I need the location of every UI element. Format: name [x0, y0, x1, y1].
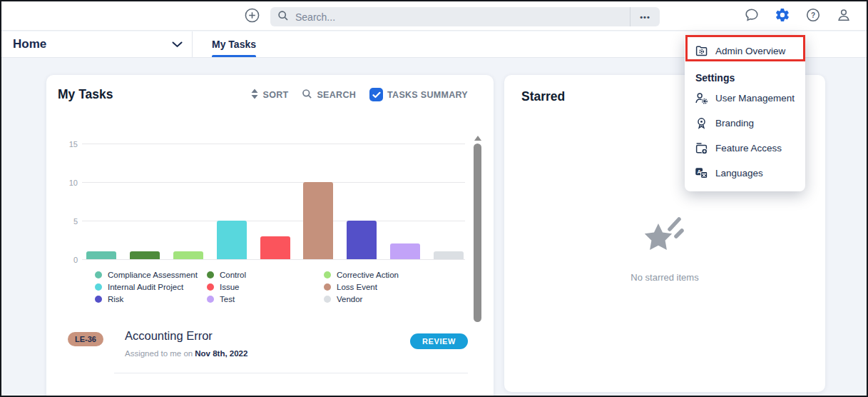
- task-assigned-text: Assigned to me onNov 8th, 2022: [125, 349, 247, 358]
- legend-label: Compliance Assessment: [108, 271, 198, 279]
- chart-gridline: [82, 259, 465, 260]
- starred-empty-state: No starred items: [504, 215, 825, 283]
- legend-label: Issue: [220, 283, 240, 291]
- scrollbar-thumb[interactable]: [474, 144, 481, 322]
- legend-item: Issue: [207, 283, 324, 291]
- sort-label: SORT: [263, 90, 289, 100]
- settings-gear-icon: [775, 7, 790, 25]
- menu-section-settings: Settings: [685, 64, 805, 86]
- legend-dot: [207, 283, 214, 291]
- search-more-options-button[interactable]: •••: [630, 7, 660, 26]
- my-tasks-toolbar: SORT SEARCH TASKS: [250, 88, 468, 101]
- assigned-date: Nov 8th, 2022: [195, 349, 247, 358]
- task-divider: [114, 373, 468, 373]
- legend-item: Control: [207, 271, 324, 279]
- legend-label: Loss Event: [337, 283, 377, 291]
- tab-label: My Tasks: [212, 39, 256, 50]
- menu-item-admin-overview[interactable]: Admin Overview: [685, 38, 805, 64]
- menu-item-feature-access[interactable]: Feature Access: [685, 136, 805, 161]
- tasks-summary-chart: 051015: [82, 131, 465, 260]
- legend-dot: [324, 296, 331, 303]
- svg-text:?: ?: [810, 11, 815, 19]
- topbar: •••: [1, 1, 867, 31]
- chart-bar: [260, 236, 290, 259]
- sort-icon: [250, 89, 259, 101]
- profile-button[interactable]: [835, 8, 852, 24]
- legend-dot: [324, 271, 331, 278]
- scroll-up-arrow[interactable]: [474, 136, 481, 141]
- legend-label: Test: [220, 295, 235, 303]
- chart-bar: [130, 251, 160, 259]
- shooting-star-icon: [638, 251, 691, 263]
- chart-legend: Compliance AssessmentControlCorrective A…: [95, 271, 479, 303]
- legend-label: Control: [220, 271, 246, 279]
- chat-button[interactable]: [743, 8, 760, 24]
- search-icon: [277, 10, 289, 24]
- assigned-prefix: Assigned to me on: [125, 349, 193, 358]
- task-status-badge[interactable]: REVIEW: [410, 333, 468, 349]
- legend-item: Corrective Action: [324, 271, 479, 279]
- task-row[interactable]: LE-36 Accounting Error Assigned to me on…: [68, 329, 468, 358]
- help-button[interactable]: ?: [805, 8, 821, 24]
- legend-label: Vendor: [337, 295, 362, 303]
- legend-item: Risk: [95, 295, 207, 303]
- create-new-button[interactable]: [243, 7, 260, 24]
- search-bar: •••: [270, 7, 660, 26]
- task-main: Accounting Error Assigned to me onNov 8t…: [125, 329, 247, 358]
- legend-item: Internal Audit Project: [95, 283, 207, 291]
- chart-ytick-label: 10: [59, 179, 78, 187]
- my-tasks-card: My Tasks SORT SEARCH: [46, 75, 494, 397]
- tab-my-tasks[interactable]: My Tasks: [193, 31, 275, 57]
- branding-icon: [695, 116, 708, 130]
- search-input[interactable]: [294, 11, 630, 24]
- chevron-down-icon: [172, 37, 183, 51]
- topbar-icon-group: ?: [743, 8, 852, 24]
- search-tasks-button[interactable]: SEARCH: [302, 89, 356, 101]
- legend-dot: [95, 283, 102, 291]
- chart-bars: [86, 182, 464, 259]
- menu-item-label: User Management: [715, 93, 795, 104]
- chat-icon: [744, 7, 760, 25]
- chart-bar: [434, 251, 464, 259]
- legend-item: Test: [207, 295, 324, 303]
- menu-item-user-management[interactable]: User Management: [685, 86, 805, 111]
- feature-access-icon: [695, 141, 708, 155]
- task-title[interactable]: Accounting Error: [125, 329, 247, 343]
- tasks-summary-toggle[interactable]: TASKS SUMMARY: [369, 88, 468, 101]
- home-label: Home: [13, 37, 46, 51]
- legend-dot: [207, 296, 214, 303]
- menu-item-branding[interactable]: Branding: [685, 111, 805, 136]
- menu-item-label: Admin Overview: [715, 46, 785, 56]
- legend-dot: [95, 296, 102, 303]
- chart-gridline: [82, 144, 465, 144]
- chart-bar: [390, 243, 420, 259]
- tasks-summary-checkbox[interactable]: [369, 88, 383, 101]
- task-id-badge: LE-36: [68, 332, 103, 346]
- legend-item: Loss Event: [324, 283, 479, 291]
- legend-dot: [95, 271, 102, 278]
- plus-circle-icon: [244, 15, 260, 26]
- sort-button[interactable]: SORT: [250, 89, 289, 101]
- legend-item: Vendor: [324, 295, 479, 303]
- menu-item-label: Feature Access: [715, 143, 782, 154]
- chart-bar: [86, 251, 116, 259]
- my-tasks-scrollbar: [474, 136, 481, 322]
- search-icon: [302, 89, 312, 101]
- starred-empty-text: No starred items: [504, 272, 825, 283]
- active-tab-underline: [212, 55, 256, 57]
- my-tasks-title: My Tasks: [58, 87, 113, 102]
- chart-ytick-label: 15: [59, 140, 78, 149]
- tasks-summary-label: TASKS SUMMARY: [387, 90, 468, 100]
- settings-button[interactable]: [774, 8, 790, 24]
- menu-item-languages[interactable]: A Languages: [685, 161, 805, 186]
- admin-overview-icon: [695, 44, 708, 58]
- legend-item: Compliance Assessment: [95, 271, 207, 279]
- search-label: SEARCH: [317, 90, 356, 100]
- help-icon: ?: [805, 7, 821, 25]
- chart-bar: [303, 182, 333, 259]
- chart-ytick-label: 5: [59, 217, 78, 226]
- chart-ytick-label: 0: [59, 256, 78, 264]
- home-selector[interactable]: Home: [13, 31, 183, 57]
- legend-dot: [324, 283, 331, 291]
- my-tasks-header: My Tasks SORT SEARCH: [46, 75, 494, 102]
